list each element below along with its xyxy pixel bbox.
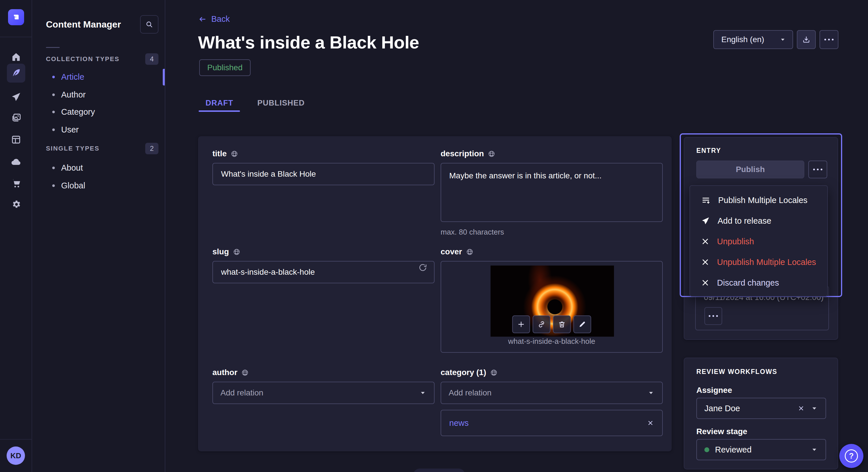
section-collection-types: COLLECTION TYPES: [46, 55, 119, 63]
sidebar-item-article[interactable]: Article: [46, 68, 158, 86]
category-relation-select[interactable]: Add relation: [441, 382, 663, 404]
pencil-icon: [578, 320, 586, 328]
cross-icon: [701, 258, 710, 266]
cross-icon: [701, 237, 710, 246]
description-helper-text: max. 80 characters: [441, 228, 663, 237]
user-avatar[interactable]: KD: [7, 446, 25, 465]
description-textarea[interactable]: Maybe the answer is in this article, or …: [441, 163, 663, 222]
sidebar-item-label: Global: [61, 181, 85, 191]
menu-item-publish-multiple-locales[interactable]: Publish Multiple Locales: [690, 190, 827, 210]
info-more-button[interactable]: [704, 307, 722, 325]
export-download-button[interactable]: [797, 30, 816, 49]
entry-more-button[interactable]: [808, 161, 827, 178]
cover-actions: [513, 315, 591, 333]
more-icon: [709, 315, 718, 317]
sidebar-item-category[interactable]: Category: [46, 103, 158, 121]
review-stage-select[interactable]: Reviewed: [696, 439, 826, 460]
globe-icon: [466, 248, 473, 256]
globe-icon: [241, 369, 249, 376]
collapsed-bottom-button[interactable]: [413, 469, 465, 472]
slug-input[interactable]: [212, 261, 435, 283]
home-icon[interactable]: [7, 47, 25, 66]
menu-item-unpublish-multiple-locales[interactable]: Unpublish Multiple Locales: [690, 252, 827, 272]
edit-media-button[interactable]: [574, 315, 591, 333]
globe-icon: [488, 150, 495, 158]
cover-media-card: what-s-inside-a-black-hole: [441, 261, 663, 353]
single-types-count-badge: 2: [145, 143, 158, 154]
marketplace-cart-icon[interactable]: [7, 174, 25, 192]
section-single-types: SINGLE TYPES: [46, 145, 100, 152]
plus-icon: [517, 320, 525, 328]
clear-assignee-icon[interactable]: [797, 405, 805, 412]
locale-select[interactable]: English (en): [713, 30, 793, 49]
content-type-builder-icon[interactable]: [7, 131, 25, 149]
rail-divider-bottom: [0, 439, 32, 440]
add-media-button[interactable]: [513, 315, 530, 333]
menu-item-label: Discard changes: [717, 278, 779, 288]
active-item-indicator: [163, 69, 165, 86]
sidebar-item-label: About: [61, 163, 83, 173]
menu-item-label: Unpublish: [717, 237, 754, 246]
entry-heading: ENTRY: [696, 147, 721, 155]
cover-field-label: cover: [441, 247, 462, 256]
chevron-down-icon: [647, 389, 655, 397]
sidebar-item-label: User: [61, 125, 79, 134]
locale-value: English (en): [721, 35, 764, 44]
menu-item-label: Unpublish Multiple Locales: [717, 258, 816, 267]
link-icon: [538, 320, 546, 328]
menu-item-unpublish[interactable]: Unpublish: [690, 231, 827, 252]
send-icon: [701, 216, 710, 225]
status-badge: Published: [199, 59, 251, 76]
menu-item-label: Add to release: [718, 216, 771, 226]
entry-actions-menu: Publish Multiple Locales Add to release …: [689, 185, 828, 297]
assignee-value: Jane Doe: [704, 404, 740, 413]
review-stage-label: Review stage: [696, 427, 747, 436]
chevron-down-icon: [779, 36, 786, 43]
delete-media-button[interactable]: [553, 315, 571, 333]
menu-item-discard-changes[interactable]: Discard changes: [690, 272, 827, 293]
cross-icon: [701, 278, 710, 287]
help-button[interactable]: ?: [839, 444, 863, 468]
remove-relation-icon[interactable]: [647, 419, 654, 427]
tab-published[interactable]: PUBLISHED: [250, 94, 311, 112]
draft-published-tabs: DRAFT PUBLISHED: [198, 94, 312, 112]
tab-draft[interactable]: DRAFT: [198, 94, 240, 112]
sidebar-item-global[interactable]: Global: [46, 177, 158, 194]
sidebar-item-about[interactable]: About: [46, 159, 158, 176]
tab-label: DRAFT: [206, 99, 233, 107]
bullet-icon: [52, 167, 55, 169]
rail-divider: [0, 37, 32, 37]
sidebar-item-author[interactable]: Author: [46, 86, 158, 103]
sidebar-item-user[interactable]: User: [46, 121, 158, 138]
stage-value: Reviewed: [715, 445, 751, 454]
sidebar-divider: [46, 47, 60, 48]
review-workflows-heading: REVIEW WORKFLOWS: [696, 368, 777, 376]
bullet-icon: [52, 184, 55, 187]
settings-gear-icon[interactable]: [7, 195, 25, 213]
globe-icon: [231, 150, 238, 158]
releases-icon[interactable]: [7, 88, 25, 106]
header-more-button[interactable]: [819, 30, 838, 49]
category-relation-item[interactable]: news: [441, 410, 663, 436]
search-button[interactable]: [140, 15, 158, 34]
back-link[interactable]: Back: [198, 14, 229, 24]
copy-link-button[interactable]: [533, 315, 551, 333]
assignee-label: Assignee: [696, 386, 732, 395]
content-manager-icon[interactable]: [7, 64, 25, 82]
stage-status-dot: [704, 447, 709, 452]
publish-button[interactable]: Publish: [696, 161, 804, 178]
arrow-left-icon: [198, 15, 207, 23]
media-library-icon[interactable]: [7, 108, 25, 127]
bullet-icon: [52, 94, 55, 96]
author-relation-select[interactable]: Add relation: [212, 382, 435, 404]
regenerate-slug-icon[interactable]: [418, 263, 427, 272]
chevron-down-icon: [811, 405, 818, 412]
deploy-cloud-icon[interactable]: [7, 153, 25, 171]
relation-news-link[interactable]: news: [449, 418, 469, 428]
page-title: What's inside a Black Hole: [198, 32, 419, 53]
title-input[interactable]: [212, 163, 435, 185]
strapi-logo[interactable]: [8, 9, 24, 25]
menu-item-add-to-release[interactable]: Add to release: [690, 210, 827, 231]
assignee-select[interactable]: Jane Doe: [696, 398, 826, 419]
sidebar-item-label: Article: [61, 72, 84, 82]
